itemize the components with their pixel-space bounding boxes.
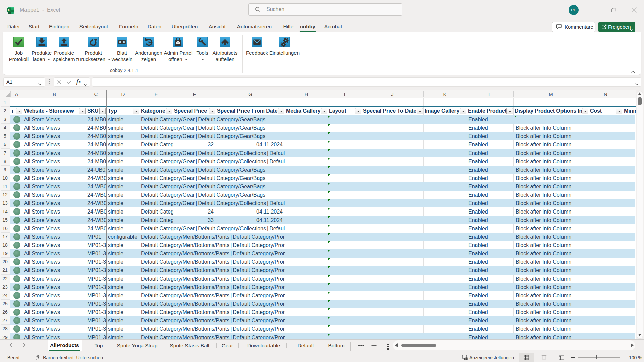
svg-text:X: X bbox=[8, 8, 10, 12]
